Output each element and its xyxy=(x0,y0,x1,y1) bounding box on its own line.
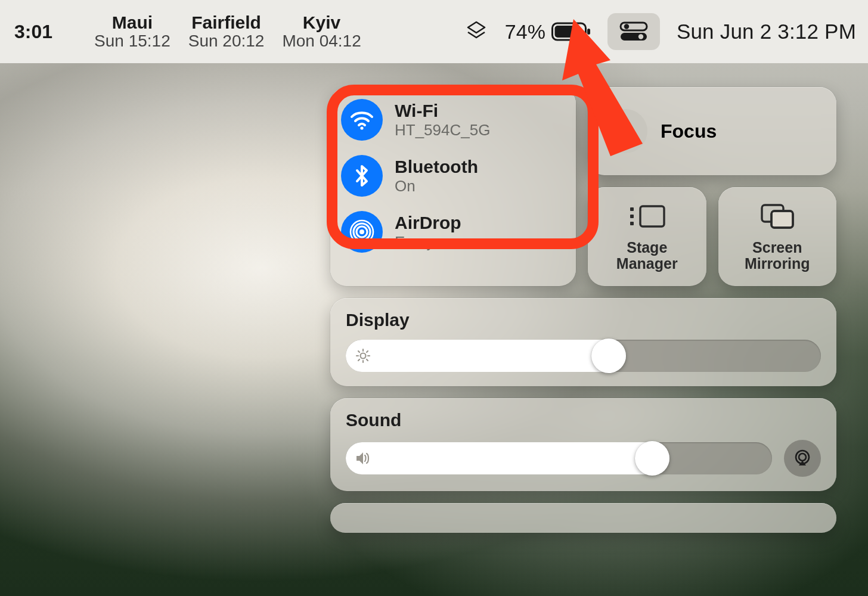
airdrop-title: AirDrop xyxy=(395,213,461,233)
stage-manager-label: Stage Manager xyxy=(616,240,678,272)
wifi-network-name: HT_594C_5G xyxy=(395,121,490,139)
world-clock-time: Sun 20:12 xyxy=(188,32,265,51)
control-center-button[interactable] xyxy=(607,13,660,50)
menubar-clock[interactable]: 3:01 xyxy=(14,21,52,43)
screen-mirroring-tile[interactable]: Screen Mirroring xyxy=(718,187,837,286)
focus-moon-icon xyxy=(603,109,647,153)
focus-label: Focus xyxy=(661,120,717,142)
svg-point-6 xyxy=(638,34,643,39)
svg-point-8 xyxy=(360,126,363,129)
menubar-battery[interactable]: 74% xyxy=(505,20,591,44)
bluetooth-title: Bluetooth xyxy=(395,157,478,177)
display-header: Display xyxy=(346,310,821,330)
svg-rect-15 xyxy=(630,215,634,218)
svg-point-20 xyxy=(361,353,366,359)
world-clocks[interactable]: Maui Sun 15:12 Fairfield Sun 20:12 Kyiv … xyxy=(94,13,361,51)
stage-manager-tile[interactable]: Stage Manager xyxy=(588,187,706,286)
world-clock-time: Mon 04:12 xyxy=(282,32,361,51)
volume-icon xyxy=(355,451,373,466)
bluetooth-icon xyxy=(341,155,383,197)
display-card: Display xyxy=(330,298,836,386)
airdrop-icon xyxy=(341,211,383,253)
world-clock-item[interactable]: Fairfield Sun 20:12 xyxy=(188,13,265,51)
svg-rect-14 xyxy=(630,207,634,211)
svg-rect-1 xyxy=(554,26,576,38)
control-center: Wi-Fi HT_594C_5G Bluetooth On xyxy=(330,87,836,509)
svg-rect-18 xyxy=(771,211,793,228)
svg-point-21 xyxy=(799,454,806,461)
svg-rect-2 xyxy=(587,29,590,35)
screen-mirroring-label: Screen Mirroring xyxy=(745,240,810,272)
brightness-icon xyxy=(355,348,371,364)
screen-mirroring-icon xyxy=(758,201,796,231)
world-clock-time: Sun 15:12 xyxy=(94,32,170,51)
wifi-toggle[interactable]: Wi-Fi HT_594C_5G xyxy=(341,99,565,141)
svg-rect-13 xyxy=(640,206,664,226)
svg-point-9 xyxy=(359,229,364,234)
display-brightness-slider[interactable] xyxy=(346,340,821,372)
battery-percent: 74% xyxy=(505,20,545,44)
control-center-icon xyxy=(619,21,648,42)
world-clock-item[interactable]: Maui Sun 15:12 xyxy=(94,13,170,51)
world-clock-city: Kyiv xyxy=(282,13,361,32)
menu-bar: 3:01 Maui Sun 15:12 Fairfield Sun 20:12 … xyxy=(0,0,868,63)
menubar-assistant-icon[interactable] xyxy=(464,20,488,44)
world-clock-city: Fairfield xyxy=(188,13,265,32)
menubar-datetime[interactable]: Sun Jun 2 3:12 PM xyxy=(677,20,856,44)
airdrop-status: Everyone xyxy=(395,233,461,252)
wifi-icon xyxy=(341,99,383,141)
stage-manager-icon xyxy=(627,201,666,231)
world-clock-city: Maui xyxy=(94,13,170,32)
connectivity-card: Wi-Fi HT_594C_5G Bluetooth On xyxy=(330,87,576,286)
battery-icon xyxy=(551,21,591,42)
bluetooth-status: On xyxy=(395,177,478,195)
airplay-icon xyxy=(792,448,813,469)
svg-rect-16 xyxy=(630,222,634,225)
sound-volume-slider[interactable] xyxy=(346,442,772,474)
sound-header: Sound xyxy=(346,410,821,430)
bottom-card-partial[interactable] xyxy=(330,503,836,533)
airplay-audio-button[interactable] xyxy=(784,440,821,477)
svg-point-4 xyxy=(624,24,629,29)
bluetooth-toggle[interactable]: Bluetooth On xyxy=(341,155,565,197)
airdrop-toggle[interactable]: AirDrop Everyone xyxy=(341,211,565,253)
world-clock-item[interactable]: Kyiv Mon 04:12 xyxy=(282,13,361,51)
sound-card: Sound xyxy=(330,398,836,491)
focus-card[interactable]: Focus xyxy=(588,87,836,175)
wifi-title: Wi-Fi xyxy=(395,101,490,121)
